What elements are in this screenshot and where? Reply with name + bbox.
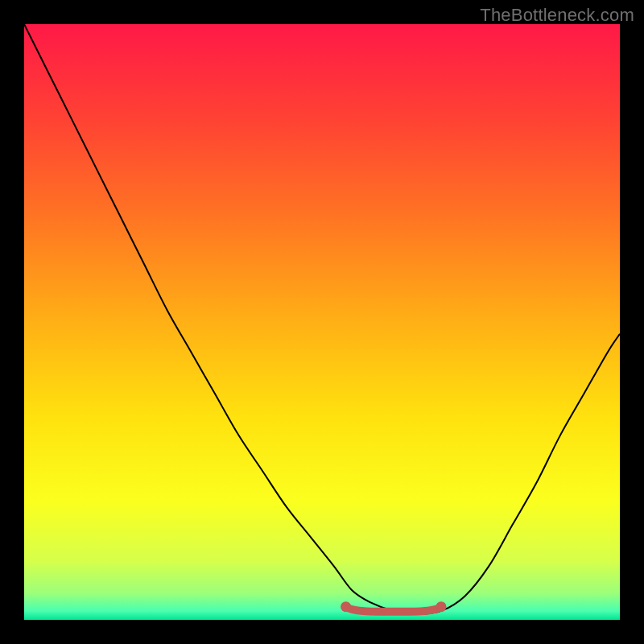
marker-endpoint xyxy=(341,601,351,612)
bottleneck-chart xyxy=(24,24,620,620)
marker-endpoint xyxy=(436,601,447,612)
attribution-text: TheBottleneck.com xyxy=(480,5,634,26)
plot-area xyxy=(24,24,620,620)
gradient-background xyxy=(24,24,620,620)
chart-frame: TheBottleneck.com xyxy=(0,0,644,644)
